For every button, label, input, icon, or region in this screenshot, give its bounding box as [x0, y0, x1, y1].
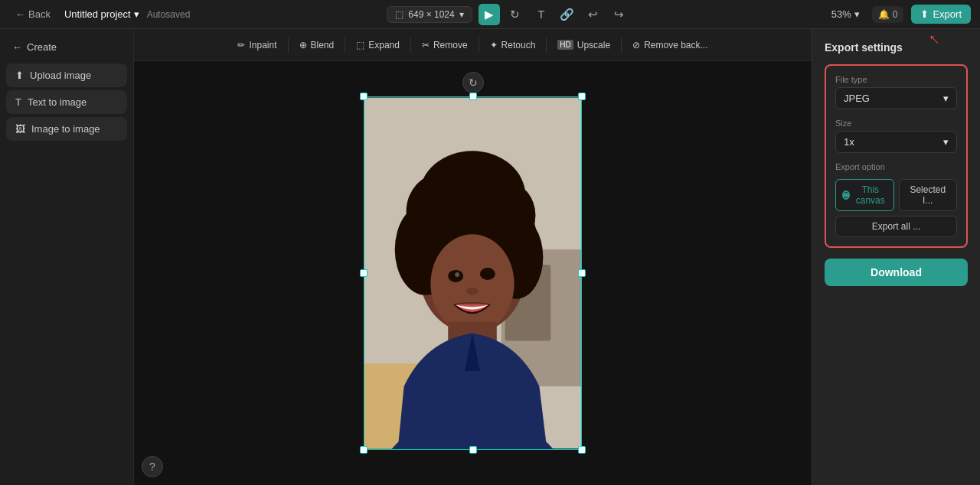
project-title-chevron-icon: ▾ — [134, 8, 139, 20]
back-arrow-icon: ← — [15, 8, 25, 20]
resize-handle-br[interactable] — [578, 446, 586, 454]
retouch-button[interactable]: ✦ Retouch — [482, 36, 544, 54]
export-options-row: This canvas Selected I... — [835, 179, 957, 211]
upscale-button[interactable]: HD Upscale — [550, 36, 618, 54]
resize-handle-bc[interactable] — [469, 446, 477, 454]
export-all-button[interactable]: Export all ... — [835, 216, 957, 237]
project-title-text: Untitled project — [64, 8, 131, 20]
remove-icon: ✂ — [422, 40, 430, 50]
project-title[interactable]: Untitled project ▾ — [64, 8, 139, 20]
topbar-right: 53% ▾ 🔔 0 ⬆ Export — [827, 5, 971, 24]
remove-back-label: Remove back... — [644, 40, 707, 50]
file-type-label: File type — [835, 75, 957, 84]
resize-handle-tr[interactable] — [578, 93, 586, 100]
file-type-chevron-icon: ▾ — [943, 93, 949, 104]
size-value: 1x — [844, 136, 854, 148]
left-sidebar: ← Create ⬆ Upload image T Text to image … — [0, 29, 134, 485]
selected-layers-button[interactable]: Selected I... — [899, 179, 958, 211]
resize-handle-bl[interactable] — [360, 446, 368, 454]
text-to-image-label: Text to image — [28, 96, 87, 108]
svg-point-14 — [430, 234, 514, 333]
dimensions-chevron-icon: ▾ — [459, 9, 464, 20]
undo-button[interactable]: ↩ — [583, 4, 604, 25]
refresh-icon-glyph: ↻ — [469, 76, 478, 89]
dimension-selector[interactable]: ⬚ 649 × 1024 ▾ — [387, 6, 472, 23]
image-to-image-button[interactable]: 🖼 Image to image — [6, 117, 127, 141]
undo-icon: ↩ — [588, 8, 598, 21]
inpaint-button[interactable]: ✏ Inpaint — [230, 36, 284, 54]
export-all-row: Export all ... — [835, 216, 957, 237]
cursor-icon: ▶ — [485, 8, 494, 21]
toolbar: ✏ Inpaint ⊕ Blend ⬚ Expand ✂ Remove ✦ Re… — [134, 29, 812, 61]
cursor-tool-button[interactable]: ▶ — [479, 4, 500, 25]
create-arrow-icon: ← — [12, 41, 22, 53]
help-button[interactable]: ? — [142, 456, 163, 477]
toolbar-divider-1 — [288, 37, 289, 53]
expand-label: Expand — [368, 40, 400, 50]
resize-handle-mr[interactable] — [578, 269, 586, 277]
main-content: ← Create ⬆ Upload image T Text to image … — [0, 29, 980, 485]
canvas-image — [364, 96, 582, 450]
remove-button[interactable]: ✂ Remove — [414, 36, 475, 54]
remove-back-button[interactable]: ⊘ Remove back... — [625, 36, 715, 54]
size-field: Size 1x ▾ — [835, 119, 957, 153]
expand-icon: ⬚ — [356, 40, 364, 50]
bottom-left-controls: ? — [142, 456, 163, 477]
text-to-image-button[interactable]: T Text to image — [6, 90, 127, 114]
text-icon: T — [537, 8, 544, 21]
upload-icon: ⬆ — [15, 70, 24, 81]
text-to-image-icon: T — [15, 96, 21, 108]
topbar: ← Back Untitled project ▾ Autosaved ⬚ 64… — [0, 0, 980, 29]
back-button[interactable]: ← Back — [9, 5, 57, 23]
this-canvas-button[interactable]: This canvas — [835, 179, 894, 211]
image-to-image-label: Image to image — [31, 123, 100, 135]
upload-image-button[interactable]: ⬆ Upload image — [6, 63, 127, 87]
retouch-label: Retouch — [501, 40, 536, 50]
resize-handle-ml[interactable] — [360, 269, 368, 277]
toolbar-divider-2 — [345, 37, 345, 53]
upscale-label: Upscale — [577, 40, 610, 50]
inpaint-icon: ✏ — [237, 40, 245, 50]
file-type-select[interactable]: JPEG ▾ — [835, 87, 957, 109]
zoom-chevron-icon: ▾ — [854, 8, 860, 20]
svg-point-17 — [455, 272, 459, 277]
export-panel: Export settings File type JPEG ▾ Size 1x… — [812, 29, 980, 485]
remove-label: Remove — [433, 40, 468, 50]
redo-button[interactable]: ↪ — [609, 4, 630, 25]
dimensions-text: 649 × 1024 — [408, 9, 454, 20]
topbar-left: ← Back Untitled project ▾ Autosaved — [9, 5, 190, 23]
blend-button[interactable]: ⊕ Blend — [292, 36, 342, 54]
canvas-wrapper: ✏ Inpaint ⊕ Blend ⬚ Expand ✂ Remove ✦ Re… — [134, 29, 812, 485]
create-header: ← Create — [6, 37, 127, 57]
image-container[interactable]: ↻ — [364, 96, 582, 450]
zoom-selector[interactable]: 53% ▾ — [827, 6, 864, 22]
export-panel-title: Export settings — [825, 41, 968, 54]
blend-icon: ⊕ — [299, 40, 307, 50]
file-type-value: JPEG — [844, 93, 870, 104]
expand-button[interactable]: ⬚ Expand — [348, 36, 407, 54]
autosaved-label: Autosaved — [147, 9, 191, 20]
size-select[interactable]: 1x ▾ — [835, 131, 957, 153]
refresh-button[interactable]: ↻ — [462, 72, 484, 93]
resize-handle-tl[interactable] — [360, 93, 368, 100]
size-chevron-icon: ▾ — [943, 136, 949, 148]
export-button[interactable]: ⬆ Export — [911, 5, 971, 24]
inpaint-label: Inpaint — [249, 40, 276, 50]
file-type-field: File type JPEG ▾ — [835, 75, 957, 109]
blend-label: Blend — [311, 40, 335, 50]
selected-layers-label: Selected I... — [906, 184, 951, 206]
rotate-tool-button[interactable]: ↻ — [505, 4, 526, 25]
resize-handle-tc[interactable] — [469, 93, 477, 100]
back-label: Back — [28, 8, 51, 20]
topbar-center: ⬚ 649 × 1024 ▾ ▶ ↻ T 🔗 ↩ ↪ — [196, 4, 820, 25]
svg-point-16 — [480, 268, 495, 280]
canvas-area[interactable]: ↻ — [134, 61, 812, 485]
download-button[interactable]: Download — [825, 259, 968, 286]
link-tool-button[interactable]: 🔗 — [557, 4, 578, 25]
zoom-value: 53% — [831, 8, 851, 20]
notifications-button[interactable]: 🔔 0 — [872, 6, 904, 23]
create-label: Create — [27, 41, 57, 53]
text-tool-button[interactable]: T — [531, 4, 552, 25]
toolbar-divider-4 — [479, 37, 479, 53]
size-label: Size — [835, 119, 957, 128]
